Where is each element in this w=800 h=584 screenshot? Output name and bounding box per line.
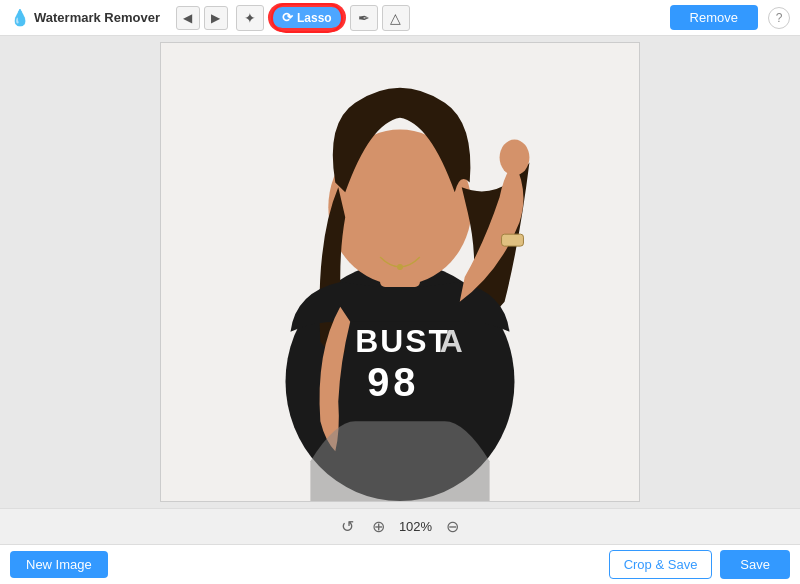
new-image-button[interactable]: New Image (10, 551, 108, 578)
app-title: Watermark Remover (34, 10, 160, 25)
zoom-in-button[interactable]: ⊕ (368, 517, 389, 536)
titlebar: 💧 Watermark Remover ◀ ▶ ✦ ⟳ Lasso ✒ △ Re… (0, 0, 800, 36)
star-icon: ✦ (244, 10, 256, 26)
svg-text:A: A (440, 323, 465, 359)
remove-button[interactable]: Remove (670, 5, 758, 30)
zoom-out-button[interactable]: ⊖ (442, 517, 463, 536)
crop-save-button[interactable]: Crop & Save (609, 550, 713, 579)
eraser-tool-button[interactable]: △ (382, 5, 410, 31)
back-button[interactable]: ◀ (176, 6, 200, 30)
lasso-button[interactable]: ⟳ Lasso (270, 5, 344, 30)
help-button[interactable]: ? (768, 7, 790, 29)
save-button[interactable]: Save (720, 550, 790, 579)
zoom-bar: ↺ ⊕ 102% ⊖ (0, 508, 800, 544)
image-canvas[interactable]: BUST A 98 (160, 42, 640, 502)
eraser-icon: △ (390, 10, 401, 26)
forward-button[interactable]: ▶ (204, 6, 228, 30)
bottombar: New Image Crop & Save Save (0, 544, 800, 584)
right-actions: Crop & Save Save (609, 550, 790, 579)
pin-tool-button[interactable]: ✦ (236, 5, 264, 31)
svg-point-8 (500, 140, 530, 176)
lasso-wrapper: ⟳ Lasso (270, 5, 344, 30)
reset-zoom-button[interactable]: ↺ (337, 517, 358, 536)
main-canvas-area: BUST A 98 (0, 36, 800, 508)
pen-icon: ✒ (358, 10, 370, 26)
lasso-label: Lasso (297, 11, 332, 25)
svg-text:BUST: BUST (355, 323, 450, 359)
svg-rect-9 (502, 234, 524, 246)
lasso-icon: ⟳ (282, 10, 293, 25)
pen-tool-button[interactable]: ✒ (350, 5, 378, 31)
svg-text:98: 98 (367, 360, 419, 404)
app-icon: 💧 (10, 8, 30, 27)
person-image: BUST A 98 (161, 43, 639, 501)
zoom-level-display: 102% (399, 519, 432, 534)
